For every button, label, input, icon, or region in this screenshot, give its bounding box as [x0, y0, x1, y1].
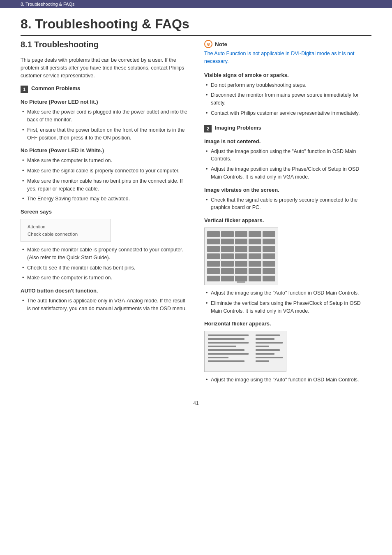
list-item: Make sure the monitor cable is properly … [21, 246, 188, 262]
main-title: 8. Troubleshooting & FAQs [21, 16, 371, 36]
list-item: Make sure the monitor cable has no bent … [21, 177, 188, 193]
section1-label: Common Problems [31, 85, 80, 91]
numbered-section-1: 1 Common Problems [21, 85, 188, 93]
list-item: Eliminate the vertical bars using the Ph… [204, 300, 371, 315]
section1-badge: 1 [21, 86, 28, 93]
hflicker-left [205, 331, 252, 372]
list-item: Contact with Philips customer service re… [204, 109, 371, 117]
list-item: Check that the signal cable is properly … [204, 196, 371, 212]
subsec2-list: Make sure the computer is turned on. Mak… [21, 157, 188, 203]
numbered-section-2: 2 Imaging Problems [204, 125, 371, 132]
list-item: Make sure the computer is turned on. [21, 274, 188, 282]
subsec1-list: Make sure the power cord is plugged into… [21, 108, 188, 142]
image-vibrates-list: Check that the signal cable is properly … [204, 196, 371, 212]
list-item: Disconnect the monitor from mains power … [204, 91, 371, 107]
note-label: Note [215, 41, 227, 47]
vertical-flicker-list: Adjust the image using the "Auto" functi… [204, 289, 371, 315]
vertical-flicker-title: Vertical flicker appears. [204, 217, 371, 223]
screen-says-label: Screen says [21, 209, 188, 215]
list-item: Make sure the signal cable is properly c… [21, 167, 188, 175]
screen-says-list: Make sure the monitor cable is properly … [21, 246, 188, 282]
page-number: 41 [21, 400, 371, 406]
note-title: ⊘ Note [204, 40, 371, 48]
vertical-flicker-image [204, 228, 278, 285]
note-icon: ⊘ [204, 40, 212, 48]
list-item: Adjust the image using the "Auto" functi… [204, 289, 371, 297]
screen-says-box: Attention Check cable connection [21, 219, 111, 242]
breadcrumb: 8. Troubleshooting & FAQs [0, 0, 392, 8]
list-item: Do not perform any troubleshooting steps… [204, 81, 371, 89]
note-text: The Auto Function is not applicable in D… [204, 50, 371, 65]
horizontal-flicker-title: Horizontal flicker appears. [204, 320, 371, 327]
attention-label: Attention [28, 224, 104, 229]
image-vibrates-title: Image vibrates on the screen. [204, 187, 371, 193]
intro-text: This page deals with problems that can b… [21, 56, 188, 79]
note-box: ⊘ Note The Auto Function is not applicab… [204, 40, 371, 65]
list-item: Make sure the computer is turned on. [21, 157, 188, 165]
right-column: ⊘ Note The Auto Function is not applicab… [204, 40, 371, 388]
list-item: First, ensure that the power button on t… [21, 126, 188, 142]
auto-button-title: AUTO button doesn't function. [21, 288, 188, 294]
list-item: The Energy Saving feature may be activat… [21, 195, 188, 203]
list-item: Make sure the power cord is plugged into… [21, 108, 188, 124]
page: 8. Troubleshooting & FAQs 8. Troubleshoo… [0, 0, 392, 555]
image-not-centered-list: Adjust the image position using the "Aut… [204, 148, 371, 181]
section2-badge: 2 [204, 125, 212, 132]
auto-button-list: The auto function is applicable only in … [21, 297, 188, 313]
left-column: 8.1 Troubleshooting This page deals with… [21, 40, 188, 388]
horizontal-flicker-image [204, 331, 286, 372]
section-title: 8.1 Troubleshooting [21, 40, 188, 52]
hflicker-right [252, 331, 286, 372]
list-item: Adjust the image using the "Auto" functi… [204, 376, 371, 384]
subsec2-title: No Picture (Power LED is White.) [21, 147, 188, 153]
subsec1-title: No Picture (Power LED not lit.) [21, 99, 188, 105]
section2-label: Imaging Problems [215, 125, 261, 131]
visible-smoke-list: Do not perform any troubleshooting steps… [204, 81, 371, 117]
check-cable-text: Check cable connection [28, 232, 104, 237]
list-item: The auto function is applicable only in … [21, 297, 188, 313]
list-item: Adjust the image position using the "Aut… [204, 148, 371, 163]
horizontal-flicker-list: Adjust the image using the "Auto" functi… [204, 376, 371, 384]
list-item: Check to see if the monitor cable has be… [21, 264, 188, 272]
list-item: Adjust the image position using the Phas… [204, 165, 371, 181]
image-not-centered-title: Image is not centered. [204, 138, 371, 144]
visible-smoke-title: Visible signs of smoke or sparks. [204, 72, 371, 78]
